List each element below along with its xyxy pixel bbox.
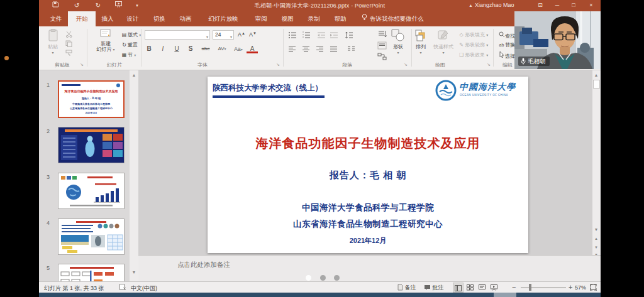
zoom-percent[interactable]: 57% <box>575 284 586 291</box>
tab-animations[interactable]: 动画 <box>172 11 199 26</box>
font-dialog-launcher-icon[interactable]: ↘ <box>276 62 280 67</box>
format-painter-icon[interactable] <box>65 50 75 58</box>
zoom-out-icon[interactable]: − <box>512 283 516 291</box>
notes-placeholder[interactable]: 点击此处添加备注 <box>177 261 230 269</box>
layout-button[interactable]: ▤版式 ▾ <box>121 31 141 38</box>
slide-org-line1[interactable]: 中国海洋大学食品科学与工程学院 <box>208 202 528 213</box>
account-name[interactable]: ▲Xiangzhao Mao <box>469 2 514 8</box>
tab-record[interactable]: 录制 <box>301 11 327 26</box>
justify-icon[interactable] <box>330 45 340 54</box>
zoom-in-icon[interactable]: + <box>569 283 572 291</box>
slide-org-line2[interactable]: 山东省海洋食品生物制造工程研究中心 <box>208 219 528 230</box>
normal-view-button[interactable] <box>453 283 464 293</box>
numbering-icon[interactable] <box>302 31 312 40</box>
reading-view-button[interactable] <box>477 283 487 293</box>
language-indicator[interactable]: 中文(中国) <box>131 284 157 293</box>
tab-design[interactable]: 设计 <box>119 11 146 26</box>
align-center-icon[interactable] <box>302 45 312 54</box>
slide-canvas[interactable]: 陕西科技大学学术交流（线上） 中國海洋大學 OCEAN UNIVERSITY O… <box>208 77 528 253</box>
scroll-up-icon[interactable]: ▲ <box>592 72 600 79</box>
thumbnail-slide-2[interactable] <box>58 127 125 163</box>
slide-presenter[interactable]: 报告人：毛 相 朝 <box>208 170 528 181</box>
character-spacing-button[interactable]: AV▾ <box>215 44 229 54</box>
font-name-combo[interactable]: ▾ <box>145 30 210 40</box>
text-direction-icon[interactable] <box>377 30 387 39</box>
tab-home[interactable]: 开始 <box>68 11 96 26</box>
quick-styles-button[interactable]: 快速样式▾ <box>432 29 455 56</box>
strikethrough-button[interactable]: abc <box>199 44 213 54</box>
main-scrollbar[interactable]: ▲ ▼ ▲▲ ▼▼ <box>592 70 601 255</box>
scroll-down-icon[interactable]: ▼ <box>592 226 600 234</box>
bold-button[interactable]: B <box>143 44 155 54</box>
shape-effects-button[interactable]: ❏形状效果 ▾ <box>458 51 488 58</box>
slide-title[interactable]: 海洋食品功能因子生物制造技术及应用 <box>208 135 528 152</box>
decrease-indent-icon[interactable] <box>317 31 327 40</box>
paste-button[interactable]: 粘贴▾ <box>44 29 62 56</box>
thumb-scroll-down-icon[interactable]: ▼ <box>130 269 138 276</box>
convert-smartart-icon[interactable] <box>377 53 387 62</box>
notes-pane[interactable]: 点击此处添加备注 <box>138 255 601 281</box>
webcam-video-tile[interactable]: 毛相朝 <box>514 11 601 69</box>
section-button[interactable]: ▦节 ▾ <box>121 51 136 58</box>
align-left-icon[interactable] <box>288 45 298 54</box>
font-size-combo[interactable]: 24▾ <box>213 30 234 40</box>
clipboard-dialog-launcher-icon[interactable]: ↘ <box>80 62 84 67</box>
align-right-icon[interactable] <box>316 45 326 54</box>
tab-help[interactable]: 帮助 <box>327 11 353 26</box>
tab-view[interactable]: 视图 <box>274 11 301 26</box>
slide-sorter-view-button[interactable] <box>465 283 475 293</box>
tab-insert[interactable]: 插入 <box>96 11 119 26</box>
change-case-button[interactable]: Aa▾ <box>231 44 245 54</box>
minimize-icon[interactable]: ─ <box>552 1 562 10</box>
paragraph-dialog-launcher-icon[interactable]: ↘ <box>404 62 408 67</box>
spellcheck-icon[interactable] <box>119 284 126 292</box>
underline-button[interactable]: U <box>171 44 182 54</box>
tellme-box[interactable]: 告诉我你想要做什么 <box>361 11 424 26</box>
close-icon[interactable]: × <box>586 1 596 10</box>
bullets-icon[interactable] <box>288 31 298 40</box>
fit-to-window-icon[interactable] <box>590 284 597 292</box>
shadow-button[interactable]: S <box>185 44 196 54</box>
tab-review[interactable]: 审阅 <box>248 11 274 26</box>
select-button[interactable]: 选择 <box>498 51 515 60</box>
slideshow-view-button[interactable] <box>489 283 499 293</box>
columns-icon[interactable] <box>347 45 357 54</box>
shape-fill-button[interactable]: ◇形状填充 ▾ <box>458 31 488 38</box>
notes-toggle[interactable]: 备注 <box>397 284 416 292</box>
line-spacing-icon[interactable] <box>345 31 355 40</box>
thumb-scroll-up-icon[interactable]: ▲ <box>130 72 138 79</box>
ribbon-display-options-icon[interactable]: ⊡ <box>535 1 545 10</box>
shrink-font-icon[interactable]: A▼ <box>249 31 257 38</box>
tab-slideshow[interactable]: 幻灯片放映 <box>199 11 248 26</box>
shapes-button[interactable]: 形状▾ <box>388 29 408 56</box>
thumbnail-slide-3[interactable] <box>58 173 125 209</box>
slide-date[interactable]: 2021年12月 <box>208 236 528 246</box>
font-color-button[interactable]: A <box>247 45 258 53</box>
scrollbar-thumb[interactable] <box>593 80 600 89</box>
next-slide-icon[interactable]: ▼▼ <box>592 244 600 251</box>
slide-header-text[interactable]: 陕西科技大学学术交流（线上） <box>213 83 323 94</box>
thumbnail-slide-5[interactable] <box>58 264 125 281</box>
comments-toggle[interactable]: 批注 <box>424 284 444 292</box>
shape-outline-button[interactable]: ✎形状轮廓 ▾ <box>458 41 488 48</box>
thumbnail-slide-4[interactable] <box>58 219 125 255</box>
thumbnail-scrollbar[interactable]: ▲ ▼ <box>130 70 138 281</box>
copy-icon[interactable] <box>65 40 75 49</box>
increase-indent-icon[interactable] <box>330 31 340 40</box>
reset-button[interactable]: ↻重置 <box>121 41 138 48</box>
tab-file[interactable]: 文件 <box>44 11 68 26</box>
new-slide-button[interactable]: 新建幻灯片 ▾ <box>93 29 118 53</box>
grow-font-icon[interactable]: A▲ <box>238 31 245 38</box>
maximize-icon[interactable]: □ <box>569 1 579 10</box>
tab-transitions[interactable]: 切换 <box>146 11 172 26</box>
ouc-logo: 中國海洋大學 OCEAN UNIVERSITY OF CHINA <box>435 80 527 105</box>
zoom-slider-thumb[interactable] <box>529 284 531 291</box>
zoom-slider-track[interactable] <box>521 287 566 288</box>
find-button[interactable]: 查找 <box>498 31 515 40</box>
previous-slide-icon[interactable]: ▲▲ <box>592 235 600 242</box>
cut-icon[interactable] <box>65 31 75 40</box>
italic-button[interactable]: I <box>157 44 169 54</box>
align-text-vertical-icon[interactable] <box>377 41 387 50</box>
thumbnail-slide-1[interactable]: 海洋食品功能因子生物制造技术及应用 报告人：毛 相 朝 中国海洋大学食品科学与工… <box>58 80 125 118</box>
arrange-button[interactable]: 排列▾ <box>411 29 431 56</box>
